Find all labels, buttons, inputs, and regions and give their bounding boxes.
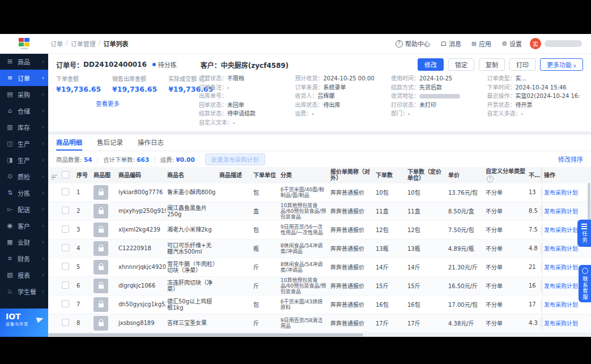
quote-name: 奔奔普通报价 xyxy=(329,188,375,196)
publish-purchase-plan-link[interactable]: 发布采购计划 xyxy=(544,207,578,215)
vertical-scrollbar[interactable] xyxy=(588,183,590,220)
status-badge: 待分拣 xyxy=(152,60,177,69)
horizontal-scrollbar-thumb[interactable] xyxy=(48,333,363,336)
sidebar-item-business-finance[interactable]: ▦业财› xyxy=(0,234,48,250)
unit-price: 8.50元/盒 xyxy=(447,207,484,215)
apps-action[interactable]: ⊞应用 xyxy=(471,39,491,48)
sidebar-item-label: 财务 xyxy=(18,254,30,263)
avatar[interactable]: 实 xyxy=(530,38,541,49)
row-checkbox-cell xyxy=(61,188,75,196)
row-checkbox[interactable] xyxy=(62,207,69,214)
help-action[interactable]: ?帮助中心 xyxy=(396,39,430,48)
bell-action[interactable]: 消息 xyxy=(440,39,461,48)
stat-value: 663 xyxy=(137,156,149,163)
publish-purchase-plan-link[interactable]: 发布采购计划 xyxy=(544,225,578,234)
publish-purchase-plan-link[interactable]: 发布采购计划 xyxy=(544,244,578,252)
sidebar-item-production-2[interactable]: ◨生产› xyxy=(0,152,48,168)
sidebar-item-delivery[interactable]: ▻配送› xyxy=(0,201,48,217)
help-icon: ? xyxy=(396,40,403,48)
batch-publish-purchase-button[interactable]: 批量发布采购计划 xyxy=(205,153,265,165)
status-text: 待分拣 xyxy=(158,60,177,69)
chevron-right-icon: › xyxy=(42,173,44,179)
logo-icon xyxy=(19,38,29,46)
sidebar-item-finance[interactable]: ¤财务› xyxy=(0,250,48,267)
sidebar-item-inventory[interactable]: ▥库存› xyxy=(0,119,48,135)
view-more-link[interactable]: 查看更多 xyxy=(96,99,120,108)
gear-action[interactable]: ⚙设置 xyxy=(501,39,522,48)
col-header-3: 商品名 xyxy=(166,171,218,179)
horizontal-scrollbar xyxy=(48,333,591,337)
action-cell: 发布采购计划 xyxy=(542,183,584,202)
sidebar-item-goods[interactable]: ⊞商品› xyxy=(0,53,48,70)
row-index: 5 xyxy=(75,264,92,270)
headset-icon xyxy=(582,268,588,274)
publish-purchase-plan-link[interactable]: 发布采购计划 xyxy=(544,281,578,290)
unit-price: 7.50元/包 xyxy=(447,225,484,234)
row-checkbox[interactable] xyxy=(62,281,69,289)
order-qty: 13瓶 xyxy=(375,244,406,252)
row-checkbox[interactable] xyxy=(62,244,69,251)
action-cell: 发布采购计划 xyxy=(542,277,584,295)
iot-subtitle: 设备与环境 xyxy=(6,321,48,327)
modify-sort-link[interactable]: 修改排序 xyxy=(558,155,583,164)
stats-row: 商品数量: 54|合计下单数: 663|运费: ¥0.00 批量发布采购计划 修… xyxy=(48,151,591,167)
detail-value: - xyxy=(227,84,229,91)
publish-purchase-plan-link[interactable]: 发布采购计划 xyxy=(544,263,578,271)
sidebar-item-purchase[interactable]: ▤采购› xyxy=(0,86,48,102)
select-all-checkbox[interactable] xyxy=(62,171,69,178)
table-row: 5xhnnnrjqkjc4920雪花牛腩（牛肉粒）切块（净菜）斤8休闲食品/54… xyxy=(48,258,591,277)
row-checkbox[interactable] xyxy=(62,300,69,307)
product-image-cell xyxy=(92,222,117,237)
row-checkbox[interactable] xyxy=(62,319,69,326)
publish-purchase-plan-link[interactable]: 发布采购计划 xyxy=(544,188,578,196)
tab-aftersale[interactable]: 售后记录 xyxy=(97,135,123,151)
col-header-7: 报价单简称（对外） xyxy=(329,168,375,182)
unit-price: 16.50元/斤 xyxy=(447,281,484,290)
sidebar-item-production-1[interactable]: ◫生产› xyxy=(0,135,48,152)
modify-button[interactable]: 修改 xyxy=(418,58,444,71)
sidebar-item-warehouse[interactable]: ⌂仓储› xyxy=(0,102,48,119)
tab-log[interactable]: 操作日志 xyxy=(138,135,164,151)
breadcrumb-item[interactable]: 订单管理 xyxy=(71,39,96,48)
breadcrumb-item[interactable]: 订单列表 xyxy=(103,39,128,48)
detail-field: 自定义多选：- xyxy=(487,109,580,118)
task-widget[interactable]: 任务 xyxy=(577,220,591,247)
publish-purchase-plan-link[interactable]: 发布采购计划 xyxy=(544,300,578,309)
sidebar-item-sorting[interactable]: ⇅分拣› xyxy=(0,185,48,201)
quote-name: 奔奔普通报价 xyxy=(329,319,375,327)
sidebar-item-customer[interactable]: ◉客户› xyxy=(0,217,48,234)
chevron-right-icon: › xyxy=(42,190,44,196)
sidebar-item-report[interactable]: ▧报表› xyxy=(0,267,48,283)
more-button[interactable]: 更多功能 ∨ xyxy=(540,58,583,71)
row-checkbox[interactable] xyxy=(62,188,69,195)
sidebar-item-label: 报表 xyxy=(18,271,30,280)
print-button[interactable]: 打印 xyxy=(509,58,535,71)
detail-label: 开票状态： xyxy=(487,102,516,108)
filter-icon[interactable] xyxy=(49,175,57,180)
product-category: 9日用百货/58清洁用品 xyxy=(279,318,329,329)
breadcrumb-item[interactable]: 订单 xyxy=(50,39,63,48)
lock-button[interactable]: 锁定 xyxy=(448,58,474,71)
detail-label: 部门： xyxy=(391,110,408,117)
chevron-right-icon: › xyxy=(42,157,44,163)
split-type: 不分单 xyxy=(484,207,528,215)
row-checkbox[interactable] xyxy=(62,225,69,233)
copy-button[interactable]: 复制 xyxy=(479,58,505,71)
tab-detail[interactable]: 商品明细 xyxy=(56,135,82,151)
contact-service-widget[interactable]: 联系客服 xyxy=(579,265,591,302)
detail-value: - xyxy=(312,110,314,117)
row-checkbox[interactable] xyxy=(62,263,69,270)
detail-label: 运营状态： xyxy=(199,75,227,82)
filter-cell xyxy=(48,169,61,181)
row-checkbox-cell xyxy=(61,207,75,215)
sidebar-item-orders[interactable]: ≡订单› xyxy=(0,70,48,86)
stat-item: 运费: ¥0.00 xyxy=(160,155,195,164)
publish-purchase-plan-link[interactable]: 发布采购计划 xyxy=(544,319,578,327)
chevron-right-icon: › xyxy=(42,255,44,262)
sidebar-item-student-meal[interactable]: ♨学生餐› xyxy=(0,283,48,299)
split-type: 不分单 xyxy=(484,244,528,252)
detail-field: 出库单号： xyxy=(199,92,292,101)
user-menu[interactable]: 实 xyxy=(530,38,582,49)
sidebar-item-qc[interactable]: ⊙质检› xyxy=(0,168,48,185)
order-no-label: 订单号： xyxy=(56,60,83,70)
